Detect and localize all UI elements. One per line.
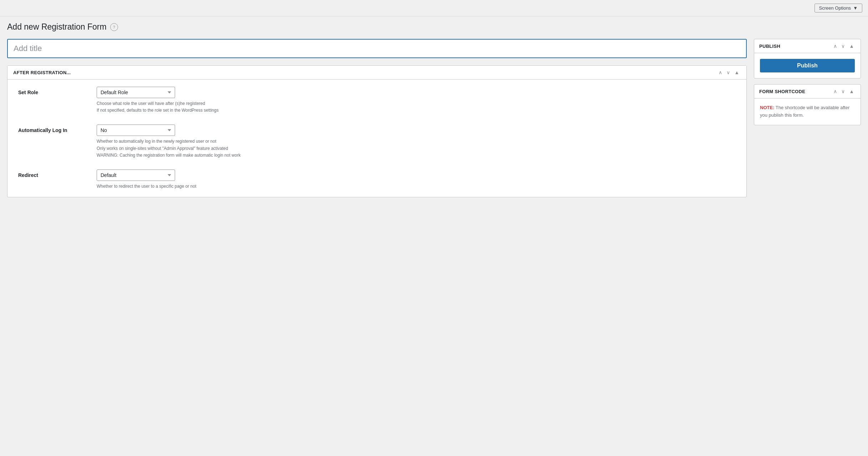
form-shortcode-panel-title: FORM SHORTCODE (759, 89, 805, 94)
screen-options-chevron: ▼ (853, 5, 858, 11)
form-row-set-role: Set Role Default Role Subscriber Contrib… (18, 87, 736, 114)
panel-header: AFTER REGISTRATION... ∧ ∨ ▲ (7, 66, 746, 80)
redirect-hint: Whether to redirect the user to a specif… (97, 183, 736, 190)
set-role-select[interactable]: Default Role Subscriber Contributor Auth… (97, 87, 175, 98)
page-title: Add new Registration Form (7, 22, 107, 32)
panel-collapse-up-button[interactable]: ∧ (717, 69, 724, 76)
title-input[interactable] (7, 39, 747, 58)
form-shortcode-panel-body: NOTE: The shortcode will be available af… (754, 98, 861, 125)
auto-login-select[interactable]: No Yes (97, 125, 175, 136)
after-registration-panel-title: AFTER REGISTRATION... (13, 70, 71, 75)
set-role-hint: Choose what role the user will have afte… (97, 100, 736, 114)
set-role-label: Set Role (18, 87, 82, 95)
form-row-auto-login: Automatically Log In No Yes Whether to a… (18, 125, 736, 159)
publish-panel-up-button[interactable]: ∧ (832, 43, 838, 49)
publish-panel-toggle-button[interactable]: ▲ (848, 43, 856, 49)
auto-login-field: No Yes Whether to automatically log in t… (97, 125, 736, 159)
form-row-redirect: Redirect Default Custom URL Home Page Lo… (18, 169, 736, 190)
form-shortcode-panel-header: FORM SHORTCODE ∧ ∨ ▲ (754, 85, 861, 98)
shortcode-panel-controls: ∧ ∨ ▲ (832, 88, 856, 95)
panel-body: Set Role Default Role Subscriber Contrib… (7, 80, 746, 197)
content-area: AFTER REGISTRATION... ∧ ∨ ▲ Set Role Def… (7, 39, 747, 197)
note-label: NOTE: (760, 105, 774, 110)
help-icon[interactable]: ? (110, 23, 118, 31)
shortcode-panel-up-button[interactable]: ∧ (832, 88, 838, 95)
redirect-field: Default Custom URL Home Page Login Page … (97, 169, 736, 190)
publish-panel-title: PUBLISH (759, 44, 780, 49)
set-role-field: Default Role Subscriber Contributor Auth… (97, 87, 736, 114)
publish-button[interactable]: Publish (760, 59, 855, 72)
publish-panel-header: PUBLISH ∧ ∨ ▲ (754, 39, 861, 53)
screen-options-label: Screen Options (819, 5, 851, 11)
panel-toggle-button[interactable]: ▲ (733, 69, 741, 76)
page-header: Add new Registration Form ? (0, 16, 868, 39)
screen-options-button[interactable]: Screen Options ▼ (815, 4, 862, 12)
shortcode-note: NOTE: The shortcode will be available af… (760, 104, 855, 119)
form-shortcode-panel: FORM SHORTCODE ∧ ∨ ▲ NOTE: The shortcode… (754, 84, 861, 125)
shortcode-panel-toggle-button[interactable]: ▲ (848, 88, 856, 95)
publish-panel-body: Publish (754, 53, 861, 78)
auto-login-hint: Whether to automatically log in the newl… (97, 138, 736, 159)
sidebar: PUBLISH ∧ ∨ ▲ Publish FORM SHORTCODE ∧ ∨… (754, 39, 861, 197)
after-registration-panel: AFTER REGISTRATION... ∧ ∨ ▲ Set Role Def… (7, 65, 747, 197)
panel-controls: ∧ ∨ ▲ (717, 69, 741, 76)
redirect-select[interactable]: Default Custom URL Home Page Login Page (97, 169, 175, 181)
panel-collapse-down-button[interactable]: ∨ (725, 69, 731, 76)
shortcode-panel-down-button[interactable]: ∨ (840, 88, 846, 95)
redirect-label: Redirect (18, 169, 82, 178)
main-content: AFTER REGISTRATION... ∧ ∨ ▲ Set Role Def… (0, 39, 868, 204)
publish-panel-controls: ∧ ∨ ▲ (832, 43, 856, 49)
auto-login-label: Automatically Log In (18, 125, 82, 133)
publish-panel-down-button[interactable]: ∨ (840, 43, 846, 49)
publish-panel: PUBLISH ∧ ∨ ▲ Publish (754, 39, 861, 78)
